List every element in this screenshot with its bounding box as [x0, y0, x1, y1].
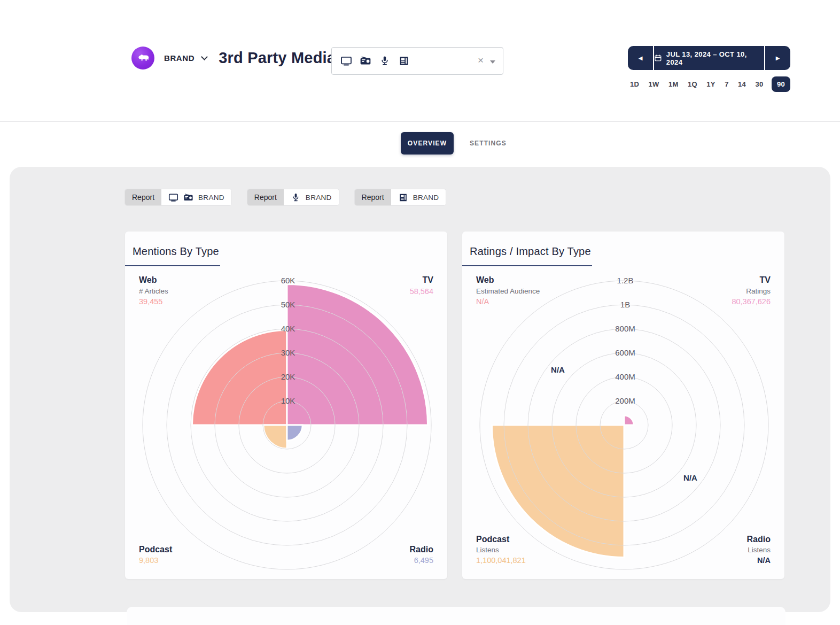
web-quadrant-label: Web Estimated Audience N/A [476, 274, 540, 307]
radio-quadrant-label: Radio 6,495 [410, 544, 433, 566]
preset-30[interactable]: 30 [754, 77, 764, 91]
report-chip[interactable]: Report BRAND [125, 189, 231, 205]
podcast-quadrant-label: Podcast Listens 1,100,041,821 [476, 534, 526, 566]
preset-1m[interactable]: 1M [667, 77, 680, 91]
quadrant-value: 58,564 [410, 287, 433, 297]
podcast-wedge[interactable] [263, 425, 287, 449]
podcast-quadrant-label: Podcast 9,803 [139, 544, 172, 566]
quadrant-value: 9,803 [139, 555, 172, 566]
radial-tick-label: 50K [281, 300, 295, 309]
quadrant-name: Web [139, 274, 168, 286]
radial-tick-label: 20K [281, 372, 295, 381]
date-next-button[interactable]: ▶ [765, 46, 790, 70]
clear-filter-icon[interactable]: × [478, 55, 484, 66]
radial-tick-label: 400M [615, 372, 635, 381]
web-na-label: N/A [551, 365, 565, 374]
tv-icon [168, 192, 178, 203]
quadrant-sublabel: Estimated Audience [476, 287, 540, 296]
report-button[interactable]: Report [247, 189, 284, 205]
radial-tick-label: 200M [615, 396, 635, 405]
chip-brand-label: BRAND [198, 194, 224, 202]
web-wedge[interactable] [192, 330, 287, 425]
radio-icon [183, 192, 193, 203]
date-prev-button[interactable]: ◀ [628, 46, 653, 70]
date-range-label: JUL 13, 2024 – OCT 10, 2024 [666, 50, 764, 66]
report-button[interactable]: Report [355, 189, 391, 205]
preset-1d[interactable]: 1D [629, 77, 640, 91]
radial-tick-label: 40K [281, 324, 295, 333]
quadrant-sublabel: # Articles [139, 287, 168, 296]
tv-quadrant-label: TV Ratings 80,367,626 [732, 274, 771, 307]
report-chip-body: BRAND [391, 189, 446, 205]
report-chip[interactable]: Report BRAND [247, 189, 339, 205]
quadrant-value: N/A [747, 555, 771, 566]
chip-brand-label: BRAND [306, 194, 332, 202]
brand-selector-label[interactable]: BRAND [164, 53, 195, 63]
radial-tick-label: 1B [620, 300, 630, 309]
quadrant-sublabel: Ratings [732, 287, 771, 296]
ratings-impact-card: Ratings / Impact By Type 200M400M600M800… [462, 232, 784, 579]
app-header: BRAND 3rd Party Media × ◀ JUL 13, 2024 –… [0, 0, 840, 122]
brand-logo[interactable] [131, 47, 154, 70]
media-dashboard-page: { "header": { "brand_label": "BRAND", "t… [0, 0, 840, 625]
radio-icon [360, 55, 371, 67]
radial-tick-label: 60K [281, 276, 295, 285]
chip-brand-label: BRAND [413, 194, 439, 202]
tab-settings[interactable]: SETTINGS [470, 140, 507, 147]
preset-1w[interactable]: 1W [648, 77, 660, 91]
chevron-left-icon: ◀ [639, 56, 643, 61]
report-chip[interactable]: Report BRAND [355, 189, 446, 205]
report-chip-body: BRAND [161, 189, 231, 205]
quadrant-name: Radio [410, 544, 433, 555]
preset-14[interactable]: 14 [737, 77, 747, 91]
preset-7[interactable]: 7 [724, 77, 730, 91]
calendar-icon [654, 54, 662, 62]
radio-wedge[interactable] [287, 425, 302, 441]
web-quadrant-label: Web # Articles 39,455 [139, 274, 168, 307]
select-caret-icon[interactable] [490, 60, 495, 64]
preset-1y[interactable]: 1Y [705, 77, 717, 91]
mic-icon [379, 55, 391, 67]
mentions-polar-chart: 10K20K30K40K50K60K [125, 232, 447, 579]
quadrant-value: 1,100,041,821 [476, 555, 526, 566]
tv-wedge[interactable] [287, 284, 428, 425]
radio-na-label: N/A [683, 473, 697, 482]
page-title: 3rd Party Media [219, 49, 336, 67]
quadrant-sublabel: Listens [476, 545, 526, 555]
radial-tick-label: 800M [615, 324, 635, 333]
news-icon [398, 55, 410, 67]
quadrant-name: Podcast [139, 544, 172, 555]
mentions-by-type-card: Mentions By Type 10K20K30K40K50K60K Web … [125, 232, 447, 579]
charts-row: Mentions By Type 10K20K30K40K50K60K Web … [125, 232, 784, 579]
date-preset-row: 1D1W1M1Q1Y7143090 [629, 75, 790, 92]
quadrant-value: N/A [476, 297, 540, 307]
brand-row: BRAND 3rd Party Media [131, 47, 336, 70]
chevron-down-icon[interactable] [201, 53, 208, 60]
preset-1q[interactable]: 1Q [687, 77, 698, 91]
quadrant-value: 39,455 [139, 297, 168, 307]
radial-tick-label: 1.2B [617, 276, 634, 285]
news-icon [398, 192, 408, 203]
tv-wedge[interactable] [624, 415, 634, 425]
quadrant-name: Podcast [476, 534, 526, 545]
quadrant-value: 6,495 [410, 555, 433, 566]
radio-quadrant-label: Radio Listens N/A [747, 534, 771, 566]
preset-90[interactable]: 90 [772, 76, 790, 92]
mic-icon [291, 192, 301, 203]
tab-overview[interactable]: OVERVIEW [401, 132, 454, 155]
tv-icon [340, 55, 352, 67]
report-button[interactable]: Report [125, 189, 161, 205]
quadrant-name: Web [476, 274, 540, 286]
quadrant-sublabel: Listens [747, 545, 771, 555]
media-type-select[interactable]: × [331, 47, 503, 75]
radial-tick-label: 600M [615, 348, 635, 357]
main-content-panel: Report BRAND Report BRAND Report BRAND M… [10, 167, 830, 612]
tv-quadrant-label: TV 58,564 [410, 274, 433, 297]
date-range-button[interactable]: JUL 13, 2024 – OCT 10, 2024 [654, 46, 764, 70]
radial-tick-label: 10K [281, 396, 295, 405]
tab-bar: OVERVIEW SETTINGS [401, 132, 507, 155]
quadrant-name: TV [410, 274, 433, 286]
bison-icon [136, 51, 150, 65]
quadrant-name: TV [732, 274, 771, 286]
report-chips-row: Report BRAND Report BRAND Report BRAND [125, 189, 446, 205]
